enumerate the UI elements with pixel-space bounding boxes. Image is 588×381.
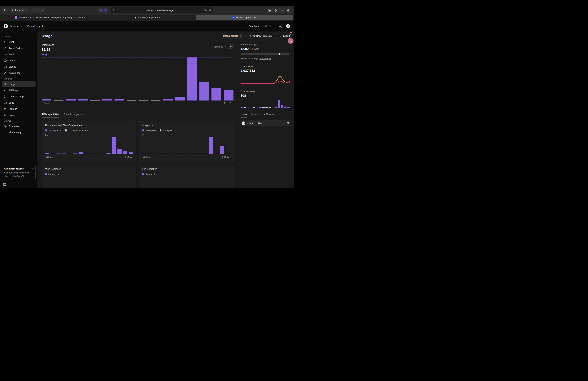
translate-icon <box>289 39 293 43</box>
close-icon[interactable] <box>31 167 34 169</box>
sidebar-item-agent-builder[interactable]: Agent Builder <box>2 45 36 51</box>
sidebar-item-api-keys[interactable]: API keys <box>2 87 36 93</box>
sidebar-item-audio[interactable]: Audio <box>2 51 36 57</box>
tab-services[interactable]: Services <box>251 113 260 118</box>
sparkline-end-marker <box>288 81 290 83</box>
extension-overlay-squares-icon[interactable] <box>288 31 294 37</box>
project-selector[interactable]: Default project <box>27 25 46 27</box>
screen: Personal platform.openai.com/usage <box>0 0 294 190</box>
profile-button[interactable]: Personal <box>9 8 29 13</box>
chart-bar <box>101 154 105 154</box>
chart-bar <box>66 99 76 100</box>
sidebar-item-fine-tuning[interactable]: Fine-tuning <box>2 129 36 135</box>
sidebar-item-evaluation[interactable]: Evaluation <box>2 123 36 129</box>
legend-item: 3 images <box>160 129 172 132</box>
reader-icon[interactable] <box>112 9 115 12</box>
card-images: Images3 requests3 images2Jan 31Feb 15 <box>139 121 233 162</box>
sidebar-item-chat[interactable]: Chat <box>2 39 36 45</box>
sidebar-item-logs[interactable]: Logs <box>2 100 36 106</box>
dashboard-link[interactable]: Dashboard <box>249 25 260 27</box>
sidebar-item-batches[interactable]: Batches <box>2 112 36 118</box>
sidebar-item-label: Fine-tuning <box>9 131 21 134</box>
api-docs-link[interactable]: API Docs <box>264 25 274 27</box>
browser-tab-2[interactable]: Usage - OpenAI API <box>196 15 293 20</box>
edit-budget-link[interactable]: Edit budget <box>260 57 271 60</box>
new-tab-button[interactable] <box>280 9 283 12</box>
date-range-picker[interactable]: 01/31/26 - 02/15/26 <box>246 33 277 39</box>
chart-bar <box>187 154 191 154</box>
usage-filters: Default project 01/31/26 - 02/15/26 <box>221 33 290 39</box>
chart-bar <box>198 154 202 154</box>
app-header: P Personal / Default project Dashboard A… <box>0 21 294 31</box>
org-selector[interactable]: Personal <box>10 25 22 27</box>
chart-controls: Group by 1d <box>213 44 233 49</box>
legend-item: 3 requests <box>142 129 156 132</box>
legend-item: 0 requests <box>45 173 59 175</box>
evaluation-icon <box>4 125 7 128</box>
chart-bar <box>54 100 63 100</box>
chart-bar <box>163 99 173 100</box>
refresh-icon[interactable] <box>209 9 211 12</box>
url-bar[interactable]: platform.openai.com/usage <box>110 7 213 13</box>
forward-button[interactable] <box>39 8 45 13</box>
downloads-button[interactable] <box>268 9 271 12</box>
org-name: Personal <box>10 25 19 27</box>
chart-bar <box>139 100 148 100</box>
avatar-logo-icon <box>286 24 290 28</box>
interval-button[interactable]: 1d <box>229 44 233 49</box>
sidebar-toggle-button[interactable] <box>2 8 8 13</box>
chevron-right-icon <box>41 9 44 12</box>
tab-api-capabilities[interactable]: API capabilities <box>42 113 59 118</box>
chart-bar <box>123 152 127 154</box>
budget-label: February budget <box>241 43 290 46</box>
group-by-dropdown[interactable]: Group by <box>213 45 226 48</box>
sidebar-item-usage[interactable]: Usage <box>2 81 36 87</box>
settings-button[interactable] <box>278 24 282 28</box>
sidebar-item-images[interactable]: Images <box>2 57 36 64</box>
sidebar-section-label: Create <box>2 34 36 39</box>
translate-extension-icon[interactable] <box>99 9 103 12</box>
tab-users[interactable]: Users <box>241 113 247 118</box>
card-title-link[interactable]: File Searches <box>142 168 230 170</box>
sidebar-item-storage[interactable]: Storage <box>2 106 36 112</box>
group-by-label: Group by <box>213 45 223 48</box>
tab-spend-categories[interactable]: Spend categories <box>64 113 83 118</box>
user-avatar[interactable] <box>286 24 290 28</box>
card-title-link[interactable]: Web Searches <box>45 168 133 170</box>
chart-bar <box>262 107 265 108</box>
chart-bar <box>84 154 88 154</box>
diamond-extension-icon[interactable] <box>104 9 107 12</box>
project-filter-chip[interactable]: Default project <box>221 33 244 39</box>
chart-bar <box>176 154 180 154</box>
remove-filter-button[interactable] <box>239 34 243 38</box>
budget-progress-fill <box>241 53 241 55</box>
user-row[interactable]: roberto castillo101 <box>241 120 291 126</box>
sidebar-item-assistants[interactable]: Assistants <box>2 70 36 76</box>
sidebar-item-videos[interactable]: Videos <box>2 64 36 70</box>
budget-progress-bar <box>241 53 290 55</box>
y-max-label: 55 <box>45 134 133 136</box>
chart-bar <box>67 154 71 154</box>
chart-bar <box>278 100 280 108</box>
total-tokens-value: 2,037,512 <box>241 69 290 73</box>
sidebar-item-chatgpt-apps[interactable]: ChatGPT Apps <box>2 93 36 100</box>
extension-overlay-translate-button[interactable] <box>288 38 294 44</box>
card-web-searches: Web Searches0 requests <box>42 165 136 188</box>
card-title-link[interactable]: Responses and Chat Completions <box>45 124 133 127</box>
browser-tab-0[interactable]: Premium UI/UX Design & Web Development A… <box>1 15 98 20</box>
claim-free-tokens-card: Claim free tokensGet free tokens on traf… <box>2 165 36 180</box>
sidebar-item-label: ChatGPT Apps <box>9 95 25 98</box>
tab-api-keys[interactable]: API Keys <box>264 113 274 118</box>
back-button[interactable] <box>31 8 37 13</box>
tab-overview-button[interactable] <box>286 9 290 12</box>
chart-bar <box>159 154 163 154</box>
share-button[interactable] <box>274 9 277 12</box>
sidebar-collapse-button[interactable] <box>3 183 7 186</box>
card-legend: 108 requests2.038M input tokens <box>45 129 133 132</box>
browser-tab-1[interactable]: API Platform | OpenAI <box>99 15 195 20</box>
claim-title: Claim free tokens <box>4 167 33 170</box>
translate-page-icon[interactable] <box>204 9 207 12</box>
card-x-axis: Jan 31Feb 15 <box>45 154 133 158</box>
site-favicon <box>15 16 17 19</box>
card-title-link[interactable]: Images <box>142 124 230 127</box>
